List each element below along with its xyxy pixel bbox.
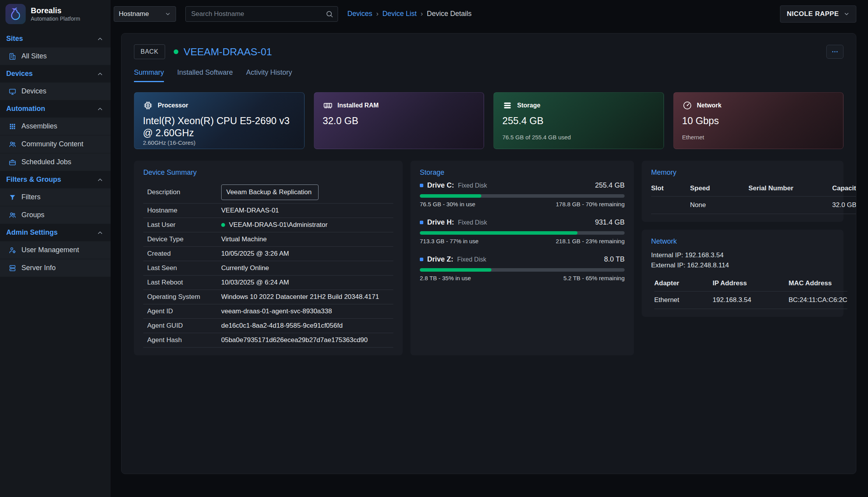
topbar: Hostname Devices › Device List › Device … bbox=[111, 0, 868, 28]
processor-value: Intel(R) Xeon(R) CPU E5-2690 v3 @ 2.60GH… bbox=[143, 115, 296, 139]
main-column: Hostname Devices › Device List › Device … bbox=[111, 0, 868, 497]
network-footer: Ethernet bbox=[682, 134, 835, 141]
drive-usage-bar bbox=[420, 231, 625, 235]
detail-panels: Device Summary Description Hostname VEEA… bbox=[134, 161, 843, 355]
memory-panel: Memory Slot Speed Serial Number Capacity… bbox=[642, 161, 843, 222]
adapter-ip: 192.168.3.54 bbox=[713, 292, 789, 309]
sidebar-nav: Sites All Sites Devices Devices bbox=[0, 28, 111, 277]
summary-row-operating-system: Operating System Windows 10 2022 Datacen… bbox=[143, 290, 393, 304]
search-icon[interactable] bbox=[326, 10, 333, 18]
memory-serial bbox=[748, 197, 832, 214]
memory-speed: None bbox=[690, 197, 748, 214]
summary-row-last-seen: Last Seen Currently Online bbox=[143, 261, 393, 276]
search-box bbox=[185, 6, 338, 22]
panel-title: Memory bbox=[651, 169, 834, 177]
tab-installed-software[interactable]: Installed Software bbox=[177, 68, 233, 82]
memory-table: Slot Speed Serial Number Capacity None 3… bbox=[651, 181, 834, 214]
storage-footer: 76.5 GB of 255.4 GB used bbox=[502, 134, 655, 141]
processor-footer: 2.60GHz (16-Cores) bbox=[143, 139, 296, 146]
ellipsis-icon bbox=[831, 47, 839, 56]
panel-title: Device Summary bbox=[143, 169, 393, 177]
brand-logo-icon bbox=[5, 4, 26, 24]
sidebar-item-server-info[interactable]: Server Info bbox=[0, 259, 111, 277]
chevron-down-icon bbox=[165, 11, 171, 17]
brand-name: Borealis bbox=[31, 6, 80, 15]
drive-bullet-icon bbox=[420, 258, 423, 261]
sidebar-item-all-sites[interactable]: All Sites bbox=[0, 47, 111, 65]
people-icon bbox=[9, 140, 16, 148]
user-menu-button[interactable]: NICOLE RAPPE bbox=[780, 5, 856, 23]
summary-row-device-type: Device Type Virtual Machine bbox=[143, 232, 393, 247]
page-header: BACK VEEAM-DRAAS-01 bbox=[134, 44, 843, 59]
sidebar: Borealis Automation Platform Sites All S… bbox=[0, 0, 111, 497]
brand-subtitle: Automation Platform bbox=[31, 16, 80, 22]
ram-value: 32.0 GB bbox=[323, 115, 475, 127]
user-gear-icon bbox=[9, 246, 16, 254]
nav-section-automation[interactable]: Automation bbox=[0, 100, 111, 118]
people-icon bbox=[9, 211, 16, 219]
summary-row-agent-hash: Agent Hash 05ba0e7935171d626ecea29b27d7a… bbox=[143, 333, 393, 348]
device-summary-panel: Device Summary Description Hostname VEEA… bbox=[134, 161, 403, 355]
back-button[interactable]: BACK bbox=[134, 44, 165, 59]
chevron-up-icon bbox=[97, 70, 104, 77]
network-card: Network 10 Gbps Ethernet bbox=[673, 92, 844, 149]
storage-card: Storage 255.4 GB 76.5 GB of 255.4 GB use… bbox=[493, 92, 664, 149]
breadcrumb-current: Device Details bbox=[427, 10, 472, 18]
breadcrumb-separator: › bbox=[376, 10, 379, 18]
summary-row-agent-id: Agent ID veeam-draas-01-agent-svc-8930a3… bbox=[143, 304, 393, 319]
drive-usage-bar bbox=[420, 194, 625, 198]
online-dot bbox=[221, 223, 225, 227]
breadcrumb-device-list[interactable]: Device List bbox=[382, 10, 417, 18]
drive-usage-bar bbox=[420, 268, 625, 272]
sidebar-item-scheduled-jobs[interactable]: Scheduled Jobs bbox=[0, 153, 111, 171]
online-status-dot bbox=[174, 49, 178, 54]
sidebar-item-community-content[interactable]: Community Content bbox=[0, 135, 111, 153]
gauge-icon bbox=[682, 100, 692, 111]
summary-row-created: Created 10/05/2025 @ 3:26 AM bbox=[143, 247, 393, 261]
tab-bar: Summary Installed Software Activity Hist… bbox=[134, 68, 843, 82]
storage-icon bbox=[502, 100, 512, 111]
chevron-up-icon bbox=[97, 176, 104, 183]
processor-card: Processor Intel(R) Xeon(R) CPU E5-2690 v… bbox=[134, 92, 305, 149]
hostname-filter-select[interactable]: Hostname bbox=[114, 6, 176, 22]
description-input[interactable] bbox=[221, 184, 319, 200]
nav-section-devices[interactable]: Devices bbox=[0, 65, 111, 83]
tab-activity-history[interactable]: Activity History bbox=[246, 68, 292, 82]
grid-icon bbox=[9, 123, 16, 130]
funnel-icon bbox=[9, 193, 16, 201]
sidebar-item-devices[interactable]: Devices bbox=[0, 83, 111, 100]
nav-section-sites[interactable]: Sites bbox=[0, 30, 111, 47]
cpu-icon bbox=[143, 100, 153, 111]
tab-summary[interactable]: Summary bbox=[134, 68, 164, 82]
network-value: 10 Gbps bbox=[682, 115, 835, 127]
ram-card: Installed RAM 32.0 GB bbox=[314, 92, 484, 149]
nav-section-filters-groups[interactable]: Filters & Groups bbox=[0, 171, 111, 188]
stat-cards: Processor Intel(R) Xeon(R) CPU E5-2690 v… bbox=[134, 92, 843, 149]
chevron-up-icon bbox=[97, 105, 104, 112]
summary-row-last-reboot: Last Reboot 10/03/2025 @ 6:24 AM bbox=[143, 276, 393, 290]
adapter-mac: BC:24:11:CA:C6:2C bbox=[789, 292, 847, 309]
sidebar-item-user-management[interactable]: User Management bbox=[0, 241, 111, 259]
sidebar-item-groups[interactable]: Groups bbox=[0, 206, 111, 224]
search-input[interactable] bbox=[185, 6, 338, 22]
panel-title: Network bbox=[651, 237, 834, 246]
drive-h: Drive H: Fixed Disk 931.4 GB 713.3 GB - … bbox=[420, 218, 625, 244]
server-icon bbox=[9, 264, 16, 272]
brand: Borealis Automation Platform bbox=[0, 0, 111, 28]
drive-bullet-icon bbox=[420, 184, 423, 187]
sidebar-item-assemblies[interactable]: Assemblies bbox=[0, 118, 111, 135]
storage-value: 255.4 GB bbox=[502, 115, 655, 127]
nav-section-admin-settings[interactable]: Admin Settings bbox=[0, 224, 111, 241]
more-menu-button[interactable] bbox=[826, 45, 843, 59]
chevron-down-icon bbox=[843, 11, 850, 17]
chevron-up-icon bbox=[97, 35, 104, 42]
external-ip: External IP: 162.248.8.114 bbox=[651, 260, 834, 270]
ram-footer bbox=[323, 134, 475, 141]
app-root: Borealis Automation Platform Sites All S… bbox=[0, 0, 868, 497]
breadcrumb-devices[interactable]: Devices bbox=[347, 10, 372, 18]
summary-row-last-user: Last User VEEAM-DRAAS-01\Administrator bbox=[143, 218, 393, 232]
summary-row-hostname: Hostname VEEAM-DRAAS-01 bbox=[143, 204, 393, 218]
device-details-page: BACK VEEAM-DRAAS-01 Summary Installed So… bbox=[121, 33, 856, 474]
briefcase-icon bbox=[9, 158, 16, 166]
sidebar-item-filters[interactable]: Filters bbox=[0, 188, 111, 206]
